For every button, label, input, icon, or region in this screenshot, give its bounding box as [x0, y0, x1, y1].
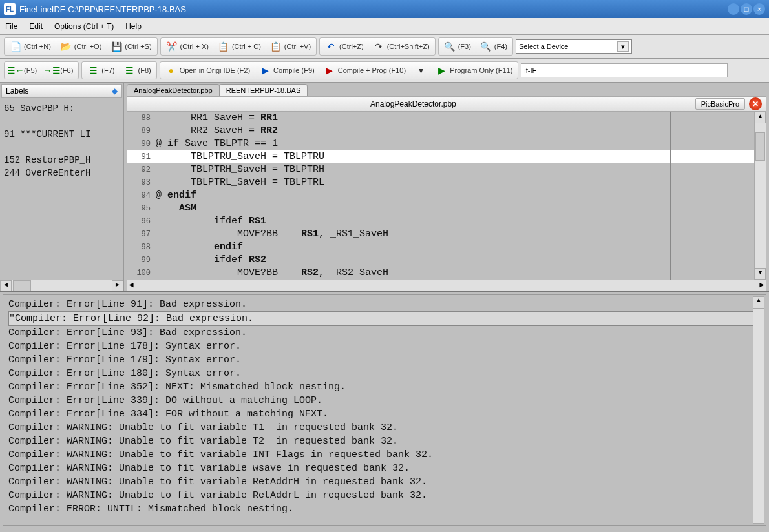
line-number: 98 [127, 243, 156, 252]
indent-right-button[interactable]: →☰(F6) [42, 63, 77, 77]
output-line[interactable]: Compiler: Error[Line 339]: DO without a … [8, 394, 761, 407]
menu-edit[interactable]: Edit [29, 22, 43, 31]
output-line[interactable]: Compiler: Error[Line 178]: Syntax error. [8, 340, 761, 353]
code-line[interactable]: 90@ if Save_TBLPTR == 1 [127, 138, 754, 150]
code-line[interactable]: 95 ASM [127, 202, 754, 215]
new-file-icon: 📄 [10, 41, 21, 52]
cut-button[interactable]: ✂️(Ctrl + X) [162, 39, 213, 54]
uncomment-button[interactable]: ☰(F8) [120, 63, 155, 77]
code-line[interactable]: 89 RR2_SaveH = RR2 [127, 125, 754, 138]
editor-tab[interactable]: REENTERPBP-18.BAS [219, 84, 308, 96]
output-line[interactable]: Compiler: Error[Line 352]: NEXT: Mismatc… [8, 380, 761, 394]
close-file-button[interactable]: ✕ [749, 97, 762, 110]
label-item[interactable] [4, 141, 120, 154]
program-only-button[interactable]: ▶Program Only (F11) [432, 63, 516, 77]
scroll-right-icon[interactable]: ► [112, 280, 123, 291]
label-item[interactable]: 65 SavePBP_H: [4, 102, 120, 115]
code-vscrollbar[interactable]: ▲ ▼ [754, 112, 766, 280]
menu-options[interactable]: Options (Ctrl + T) [54, 22, 114, 31]
paste-button[interactable]: 📋(Ctrl +V) [266, 39, 315, 54]
device-select[interactable]: Select a Device ▾ [516, 39, 632, 54]
outdent-icon: ☰← [10, 65, 21, 76]
menu-help[interactable]: Help [125, 22, 142, 31]
output-line[interactable]: Compiler: Error[Line 180]: Syntax error. [8, 367, 761, 380]
minimize-button[interactable]: – [728, 3, 739, 15]
line-number: 91 [127, 152, 156, 161]
open-origi-ide-button[interactable]: ●Open in Origi IDE (F2) [162, 63, 254, 77]
play-green-icon: ▶ [436, 65, 447, 76]
maximize-button[interactable]: □ [741, 3, 752, 15]
snippet-input[interactable]: if-IF [521, 63, 728, 77]
code-line[interactable]: 99 ifdef RS2 [127, 254, 754, 267]
scroll-left-icon[interactable]: ◄ [0, 280, 12, 291]
code-view[interactable]: 88 RR1_SaveH = RR189 RR2_SaveH = RR290@ … [127, 112, 766, 280]
output-line[interactable]: Compiler: WARNING: Unable to fit variabl… [8, 489, 761, 502]
output-panel[interactable]: Compiler: Error[Line 91]: Bad expression… [3, 294, 766, 526]
compile-button[interactable]: ▶Compile (F9) [255, 63, 319, 77]
redo-button[interactable]: ↷(Ctrl+Shift+Z) [369, 39, 434, 54]
menu-file[interactable]: File [5, 22, 17, 31]
sidebar-hscrollbar[interactable]: ◄ ► [0, 280, 123, 291]
scroll-left-icon[interactable]: ◄ [127, 280, 135, 291]
code-line[interactable]: 91 TBLPTRU_SaveH = TBLPTRU [127, 150, 754, 163]
output-line[interactable]: Compiler: WARNING: Unable to fit variabl… [8, 462, 761, 475]
output-line[interactable]: Compiler: Error[Line 179]: Syntax error. [8, 353, 761, 367]
code-text: TBLPTRU_SaveH = TBLPTRU [156, 151, 324, 162]
comment-button[interactable]: ☰(F7) [83, 63, 118, 77]
editor-tab[interactable]: AnalogPeakDetector.pbp [127, 84, 220, 96]
play-red-icon: ▶ [324, 65, 335, 76]
code-hscrollbar[interactable]: ◄ ► [127, 280, 766, 291]
scroll-thumb[interactable] [13, 280, 31, 291]
output-line[interactable]: Compiler: Error[Line 91]: Bad expression… [8, 298, 761, 311]
scroll-up-icon[interactable]: ▲ [753, 297, 764, 309]
scroll-down-icon[interactable]: ▼ [755, 268, 766, 280]
line-number: 89 [127, 127, 156, 136]
output-vscrollbar[interactable]: ▲ [753, 296, 764, 524]
copy-button[interactable]: 📋(Ctrl + C) [214, 39, 265, 54]
output-line[interactable]: Compiler: WARNING: Unable to fit variabl… [8, 421, 761, 435]
code-line[interactable]: 93 TBLPTRL_SaveH = TBLPTRL [127, 176, 754, 189]
output-line[interactable]: Compiler: Error[Line 334]: FOR without a… [8, 407, 761, 421]
find-button[interactable]: 🔍(F3) [440, 39, 475, 54]
labels-list[interactable]: 65 SavePBP_H: 91 ***CURRENT LI 152 Resto… [0, 99, 123, 280]
line-number: 90 [127, 139, 156, 148]
indent-left-button[interactable]: ☰←(F5) [6, 63, 41, 77]
undo-button[interactable]: ↶(Ctrl+Z) [321, 39, 368, 54]
open-file-button[interactable]: 📂(Ctrl +O) [56, 39, 105, 54]
output-line[interactable]: Compiler: Error[Line 93]: Bad expression… [8, 326, 761, 340]
code-line[interactable]: 96 ifdef RS1 [127, 215, 754, 228]
output-line[interactable]: Compiler: ERROR: UNTIL: Mismatched block… [8, 502, 761, 516]
label-item[interactable] [4, 115, 120, 128]
find-replace-button[interactable]: 🔍(F4) [476, 39, 511, 54]
code-line[interactable]: 88 RR1_SaveH = RR1 [127, 112, 754, 125]
compile-prog-button[interactable]: ▶Compile + Prog (F10) [320, 63, 410, 77]
scroll-right-icon[interactable]: ► [758, 280, 766, 291]
code-line[interactable]: 100 MOVE?BB RS2, RS2 SaveH [127, 267, 754, 280]
label-item[interactable]: 152 RestorePBP_H [4, 154, 120, 167]
close-button[interactable]: × [753, 3, 765, 15]
label-item[interactable]: 244 OverReEnterH [4, 167, 120, 179]
language-selector[interactable]: PicBasicPro [695, 98, 745, 110]
code-line[interactable]: 94@ endif [127, 189, 754, 202]
label-item[interactable]: 91 ***CURRENT LI [4, 128, 120, 141]
save-file-button[interactable]: 💾(Ctrl +S) [107, 39, 155, 54]
diamond-icon: ◆ [112, 87, 118, 96]
output-line[interactable]: "Compiler: Error[Line 92]: Bad expressio… [8, 311, 761, 326]
code-line[interactable]: 92 TBLPTRH_SaveH = TBLPTRH [127, 163, 754, 176]
code-text: ASM [156, 203, 196, 214]
redo-icon: ↷ [373, 41, 384, 52]
output-line[interactable]: Compiler: WARNING: Unable to fit variabl… [8, 435, 761, 448]
scroll-thumb[interactable] [755, 132, 765, 161]
column-marker [670, 112, 671, 280]
output-line[interactable]: Compiler: WARNING: Unable to fit variabl… [8, 475, 761, 489]
code-text: TBLPTRL_SaveH = TBLPTRL [156, 177, 324, 188]
code-line[interactable]: 97 MOVE?BB RS1, _RS1_SaveH [127, 228, 754, 241]
sidebar-header[interactable]: Labels ◆ [1, 84, 122, 98]
uncomment-icon: ☰ [124, 65, 136, 76]
compile-prog-dropdown[interactable]: ▾ [411, 63, 430, 77]
output-line[interactable]: Compiler: WARNING: Unable to fit variabl… [8, 448, 761, 462]
scroll-thumb[interactable] [136, 280, 175, 291]
scroll-up-icon[interactable]: ▲ [755, 112, 766, 123]
new-file-button[interactable]: 📄(Ctrl +N) [6, 39, 55, 54]
code-line[interactable]: 98 endif [127, 241, 754, 254]
